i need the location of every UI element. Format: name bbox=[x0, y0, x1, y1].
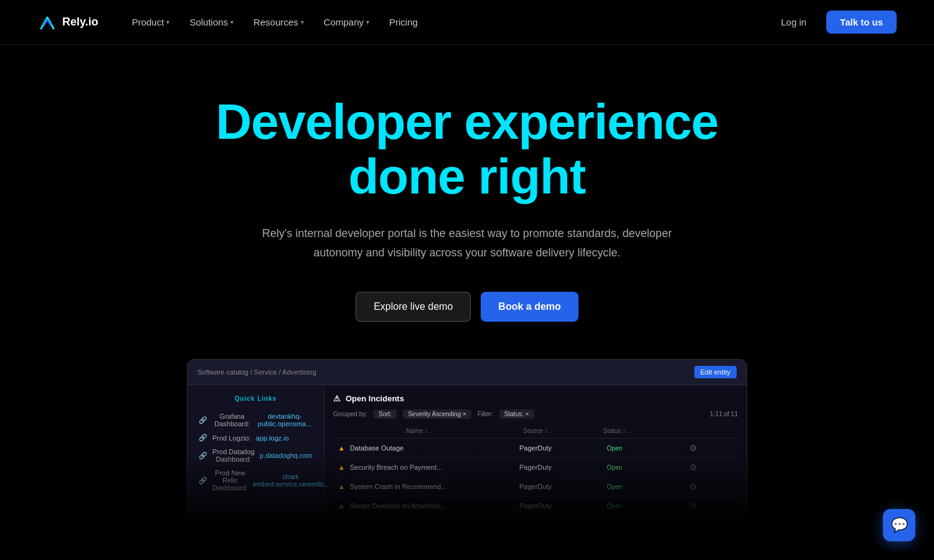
chat-icon: 💬 bbox=[891, 517, 908, 533]
table-row: ▲ Server Overload on Advertisin... Pager… bbox=[333, 497, 738, 516]
nav-item-product[interactable]: Product ▾ bbox=[123, 12, 179, 32]
settings-icon: ⚙ bbox=[654, 501, 733, 511]
table-header: Name ↕ Source ↕ Status ↕ bbox=[333, 424, 738, 439]
nav-item-solutions[interactable]: Solutions ▾ bbox=[181, 12, 242, 32]
settings-icon: ⚙ bbox=[654, 482, 733, 492]
chevron-down-icon: ▾ bbox=[166, 19, 169, 26]
nav-item-company[interactable]: Company ▾ bbox=[315, 12, 378, 32]
table-row: ▲ System Crash in Recommend... PagerDuty… bbox=[333, 477, 738, 497]
sidebar-link-grafana: 🔗 Grafana Dashboard: devtankhq-public.op… bbox=[195, 409, 316, 431]
book-demo-button[interactable]: Book a demo bbox=[481, 292, 578, 322]
nav-links: Product ▾ Solutions ▾ Resources ▾ Compan… bbox=[123, 12, 427, 32]
warning-icon: ▲ bbox=[338, 444, 345, 452]
chevron-down-icon: ▾ bbox=[230, 19, 234, 26]
dashboard-body: Quick Links 🔗 Grafana Dashboard: devtank… bbox=[187, 385, 747, 525]
talk-to-us-button[interactable]: Talk to us bbox=[826, 11, 897, 34]
hero-section: Developer experience done right Rely's i… bbox=[0, 45, 934, 525]
warning-icon: ▲ bbox=[338, 464, 345, 471]
logo-icon bbox=[37, 12, 57, 32]
table-row: ▲ Security Breach on Payment... PagerDut… bbox=[333, 458, 738, 477]
navbar: Rely.io Product ▾ Solutions ▾ Resources … bbox=[0, 0, 934, 45]
settings-icon: ⚙ bbox=[654, 443, 733, 453]
warning-icon: ▲ bbox=[338, 483, 345, 490]
hero-title: Developer experience done right bbox=[215, 95, 718, 204]
logo[interactable]: Rely.io bbox=[37, 12, 98, 32]
nav-item-resources[interactable]: Resources ▾ bbox=[245, 12, 313, 32]
edit-entity-button[interactable]: Edit entity bbox=[694, 366, 737, 378]
sidebar-link-logzio: 🔗 Prod Logzio: app.logz.io bbox=[195, 431, 316, 445]
logo-text: Rely.io bbox=[62, 16, 98, 29]
login-button[interactable]: Log in bbox=[771, 12, 816, 32]
chevron-down-icon: ▾ bbox=[301, 19, 304, 26]
nav-item-pricing[interactable]: Pricing bbox=[380, 12, 427, 32]
nav-left: Rely.io Product ▾ Solutions ▾ Resources … bbox=[37, 12, 427, 32]
table-row: ▲ Database Outage PagerDuty Open ⚙ bbox=[333, 439, 738, 458]
hero-subtitle: Rely's internal developer portal is the … bbox=[255, 224, 679, 262]
filter-row: Grouped by: Sort: Severity Ascending × F… bbox=[333, 409, 738, 419]
incidents-title: ⚠ Open Incidents bbox=[333, 394, 738, 403]
dashboard-sidebar: Quick Links 🔗 Grafana Dashboard: devtank… bbox=[187, 385, 324, 525]
explore-demo-button[interactable]: Explore live demo bbox=[356, 292, 471, 322]
dashboard-preview: Software catalog / Service / Advertising… bbox=[187, 359, 747, 525]
warning-icon: ⚠ bbox=[333, 394, 341, 403]
dashboard-main: ⚠ Open Incidents Grouped by: Sort: Sever… bbox=[324, 385, 747, 525]
quick-links-title: Quick Links bbox=[195, 393, 316, 404]
dashboard-image: Software catalog / Service / Advertising… bbox=[187, 359, 747, 525]
hero-buttons: Explore live demo Book a demo bbox=[356, 292, 578, 322]
chat-widget[interactable]: 💬 bbox=[883, 509, 915, 541]
chevron-down-icon: ▾ bbox=[366, 19, 369, 26]
breadcrumb: Software catalog / Service / Advertising bbox=[197, 368, 316, 376]
warning-icon: ▲ bbox=[338, 502, 345, 510]
nav-right: Log in Talk to us bbox=[771, 11, 897, 34]
sidebar-link-datadog: 🔗 Prod Datadog Dashboard: p.datadoghq.co… bbox=[195, 445, 316, 466]
dashboard-topbar: Software catalog / Service / Advertising… bbox=[187, 360, 747, 385]
settings-icon: ⚙ bbox=[654, 462, 733, 472]
sidebar-link-newrelic: 🔗 Prod New Relic Dashboard: chart-embed.… bbox=[195, 466, 316, 495]
